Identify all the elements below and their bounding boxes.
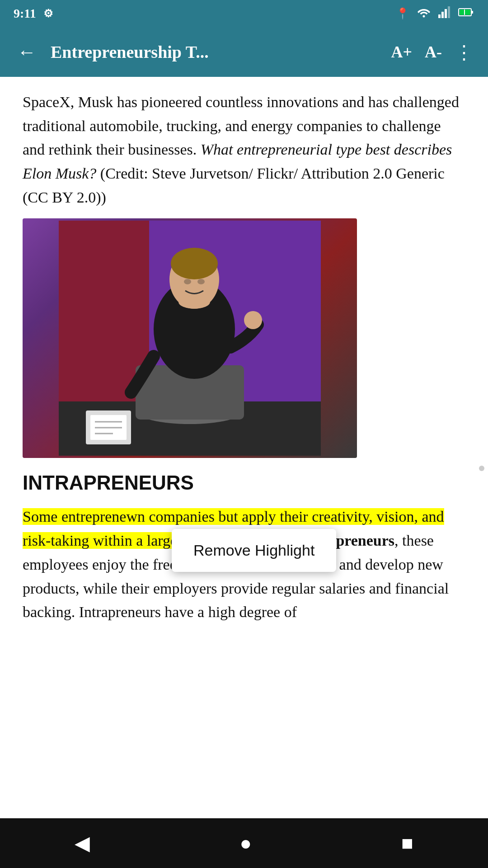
settings-icon: ⚙ — [43, 7, 53, 20]
back-button[interactable]: ← — [14, 38, 40, 66]
status-left: 9:11 ⚙ — [14, 6, 53, 21]
svg-rect-4 — [448, 6, 450, 18]
svg-point-17 — [171, 248, 218, 279]
status-bar: 9:11 ⚙ 📍 — [0, 0, 488, 27]
nav-recents-button[interactable]: ■ — [401, 832, 413, 855]
svg-rect-2 — [441, 12, 444, 18]
more-options-button[interactable]: ⋮ — [455, 41, 474, 63]
context-menu[interactable]: Remove Highlight — [172, 529, 336, 572]
svg-point-20 — [178, 295, 210, 309]
section-heading: INTRAPRENEURS — [23, 472, 465, 494]
svg-point-19 — [197, 279, 205, 284]
svg-rect-6 — [471, 11, 473, 14]
scroll-indicator — [479, 466, 484, 471]
status-time: 9:11 — [14, 6, 36, 21]
location-icon: 📍 — [396, 7, 409, 20]
battery-icon — [458, 8, 474, 19]
svg-rect-3 — [445, 9, 447, 18]
article-image — [23, 218, 357, 458]
content-area: SpaceX, Musk has pioneered countless inn… — [0, 77, 488, 832]
article-intro: SpaceX, Musk has pioneered countless inn… — [23, 90, 465, 209]
page-title: Entrepreneurship T... — [51, 42, 380, 62]
font-increase-button[interactable]: A+ — [391, 42, 412, 61]
signal-icon — [438, 6, 451, 21]
nav-home-button[interactable]: ● — [239, 832, 252, 855]
wifi-icon — [417, 6, 431, 21]
highlighted-text-start: Some entreprene — [23, 508, 126, 525]
app-bar-actions: A+ A- ⋮ — [391, 41, 474, 63]
app-bar: ← Entrepreneurship T... A+ A- ⋮ — [0, 27, 488, 77]
bottom-nav: ◀ ● ■ — [0, 818, 488, 868]
status-right: 📍 — [396, 6, 474, 21]
nav-back-button[interactable]: ◀ — [75, 831, 90, 855]
remove-highlight-option[interactable]: Remove Highlight — [193, 542, 314, 559]
svg-point-18 — [184, 279, 191, 284]
svg-point-0 — [423, 15, 425, 18]
svg-rect-1 — [438, 14, 441, 18]
font-decrease-button[interactable]: A- — [425, 42, 442, 61]
svg-point-21 — [244, 311, 262, 329]
